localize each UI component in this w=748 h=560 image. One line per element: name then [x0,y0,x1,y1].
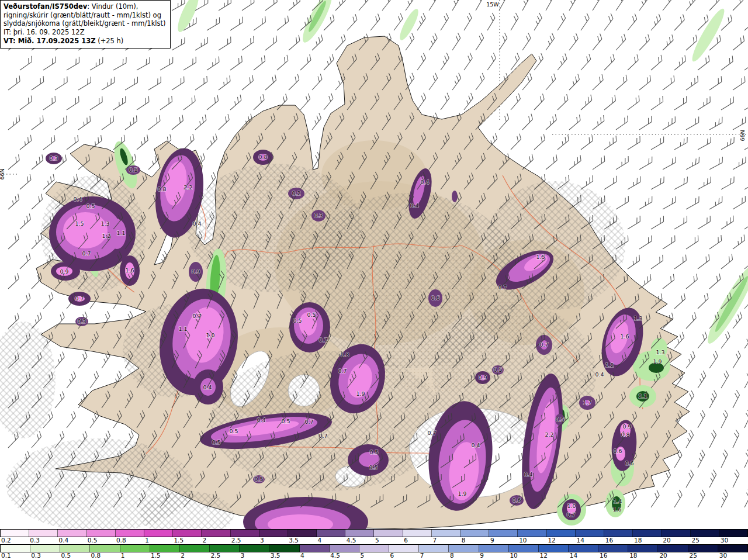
precip-value: 0.4 [257,417,265,423]
precip-value: 0.5 [307,312,316,318]
precip-value: 0.5 [281,418,290,424]
precip-value: 0.7 [427,430,436,436]
legend-segment [688,545,718,552]
precip-value: 1.3 [633,315,642,322]
precip-value: 0.7 [75,295,84,302]
legend-tick-label: 30 [721,537,728,544]
legend-segment [180,545,210,552]
legend-tick-label: 25 [690,552,697,559]
legend-tick-label: 8 [462,537,466,544]
legend-tick-label: 1 [145,537,149,544]
snow-colorbar-bar [0,544,748,552]
legend-segment [518,530,546,537]
legend-segment [317,530,345,537]
legend-tick-label: 10 [519,537,527,544]
precip-value: 2.2 [183,184,192,191]
legend-segment [576,530,604,537]
weather-map-screen: 15W 66N 66N [0,0,748,560]
precip-value: 0.9 [622,423,631,430]
precip-value: 0.7 [498,284,507,291]
legend-tick-label: 3.5 [289,537,299,544]
legend-tick-label: 0.8 [91,552,101,559]
valid-offset: (+25 h) [95,37,123,45]
legend-segment [389,545,419,552]
legend-tick-label: 12 [540,552,548,559]
legend-segment [718,545,747,552]
legend-tick-label: 0.8 [116,537,126,544]
legend-tick-label: 1.5 [174,537,183,544]
precip-value: 0.3 [314,212,323,219]
precip-value: 0.8 [340,351,349,358]
legend-tick-label: 0.5 [61,552,71,559]
legend-segment [359,545,389,552]
legend-tick-label: 0.3 [31,552,41,559]
precip-value: 0.7 [318,337,327,343]
precip-value: 1.9 [458,490,466,497]
legend-tick-label: 9 [490,537,494,544]
product-subtitle: : Vindur (10m), [87,2,138,11]
legend-segment [449,545,479,552]
legend-tick-label: 4 [300,552,304,559]
precip-value: 1.2 [102,233,110,239]
legend-segment [719,530,747,537]
info-line-1: Veðurstofan/IS750dev: Vindur (10m), [4,2,166,11]
precip-value: 0.4 [595,371,604,378]
legend-segment [1,530,29,537]
legend-tick-label: 7 [432,537,437,544]
legend-segment [374,530,403,537]
legend-segment [259,530,288,537]
rain-colorbar-bar [0,529,748,537]
precip-value: 0.7 [304,419,313,425]
legend-tick-label: 25 [692,537,699,544]
legend-tick-label: 3.5 [271,552,280,559]
precip-value: 1.9 [356,390,365,397]
legend-segment [58,530,86,537]
legend-segment [144,530,173,537]
legend-tick-label: 2.5 [210,552,220,559]
precip-value: 1.1 [116,230,125,236]
legend-tick-label: 2 [181,552,185,559]
precip-value: 0.3 [77,318,86,324]
precip-value: 1.9 [653,358,662,365]
legend-segment [489,530,518,537]
legend-segment [403,530,432,537]
legend-segment [330,545,359,552]
map-canvas: 15W 66N 66N [0,0,748,529]
legend-tick-label: 10 [510,552,517,559]
precip-value: 0.5 [293,317,302,324]
legend-tick-label: 14 [577,537,584,544]
legend-segment [150,545,180,552]
precip-value: 0.4 [420,179,429,185]
legend-segment [460,530,489,537]
legend-tick-label: 4.5 [330,552,340,559]
legend-tick-label: 8 [450,552,454,559]
legend-tick-label: 18 [634,537,642,544]
rain-colorbar-labels: 0.20.30.40.50.811.522.533.544.5567891012… [0,537,748,544]
precip-value: 0.6 [613,448,622,454]
precip-value: 0.5 [369,449,378,455]
precip-value: 0.5 [229,428,238,434]
legend-segment [633,530,662,537]
legend-segment [29,530,58,537]
legend-segment [604,530,633,537]
precip-value: 0.8 [621,431,629,438]
legend-segment [288,530,317,537]
legend-tick-label: 12 [548,537,555,544]
legend-segment [30,545,60,552]
legend-tick-label: 0.1 [1,552,11,559]
legend-segment [240,545,269,552]
precip-value: 0.7 [539,341,548,348]
legend-segment [691,530,719,537]
legend-tick-label: 16 [600,552,607,559]
precip-value: 1.5 [75,220,84,227]
precip-value: 0.5 [86,203,95,209]
legend-segment [628,545,658,552]
precip-value: 0.4 [410,202,418,209]
precip-value: 0.5 [369,464,378,471]
init-time: IT: þri. 16. 09. 2025 12Z [4,28,166,37]
legend-segment [210,545,240,552]
precip-value: 0.5 [493,367,502,373]
precip-value: 0.2 [292,190,300,196]
legend-tick-label: 1 [121,552,125,559]
legend-tick-label: 9 [480,552,484,559]
